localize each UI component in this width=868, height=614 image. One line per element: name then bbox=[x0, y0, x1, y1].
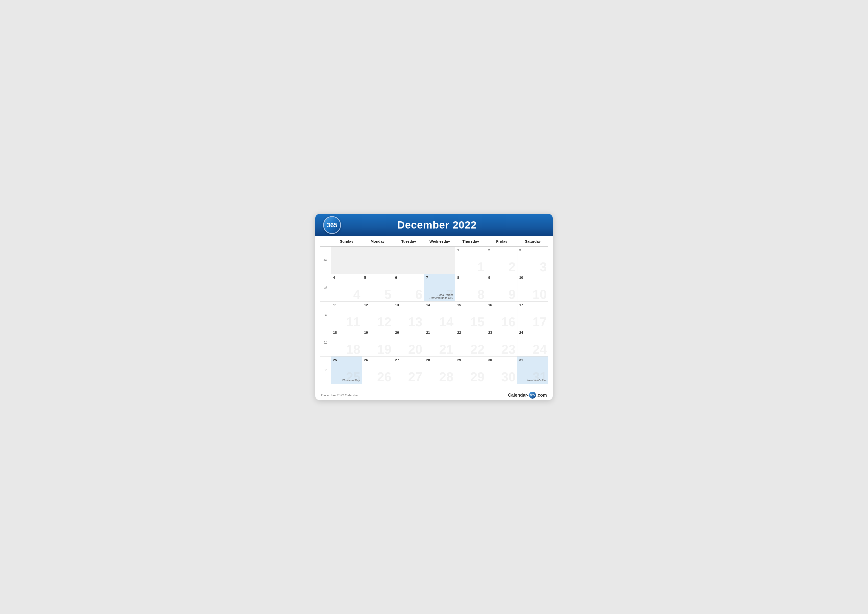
week-row-1: 4944556677Pearl Harbor Remembrance Day88… bbox=[320, 274, 548, 302]
day-cell-16[interactable]: 1616 bbox=[486, 302, 517, 329]
day-number-21: 21 bbox=[426, 331, 453, 334]
day-bg-number-21: 21 bbox=[439, 343, 454, 356]
dow-wednesday: Wednesday bbox=[424, 238, 455, 244]
day-cell-2[interactable]: 22 bbox=[486, 247, 517, 274]
day-cell-6[interactable]: 66 bbox=[393, 274, 424, 301]
day-bg-number-20: 20 bbox=[408, 343, 422, 356]
day-number-8: 8 bbox=[457, 275, 484, 280]
dow-friday: Friday bbox=[486, 238, 517, 244]
day-bg-number-24: 24 bbox=[532, 343, 547, 356]
day-number-17: 17 bbox=[519, 303, 546, 307]
day-bg-number-16: 16 bbox=[501, 316, 516, 328]
day-number-5: 5 bbox=[364, 275, 391, 280]
day-bg-number-29: 29 bbox=[470, 370, 485, 383]
day-bg-number-12: 12 bbox=[377, 316, 391, 328]
day-cell-24[interactable]: 2424 bbox=[518, 329, 548, 356]
day-number-6: 6 bbox=[395, 275, 422, 280]
day-cell-4[interactable]: 44 bbox=[331, 274, 362, 301]
day-cell-18[interactable]: 1818 bbox=[331, 329, 362, 356]
day-cell-1[interactable]: 11 bbox=[455, 247, 486, 274]
day-number-25: 25 bbox=[333, 358, 360, 362]
day-bg-number-14: 14 bbox=[439, 316, 454, 328]
day-cell-30[interactable]: 3030 bbox=[486, 356, 517, 384]
day-cell-26[interactable]: 2626 bbox=[362, 356, 393, 384]
day-cell-12[interactable]: 1212 bbox=[362, 302, 393, 329]
day-bg-number-13: 13 bbox=[408, 316, 422, 328]
holiday-label-31: New Year's Eve bbox=[519, 379, 546, 382]
day-bg-number-6: 6 bbox=[415, 288, 422, 301]
day-cell-28[interactable]: 2828 bbox=[424, 356, 455, 384]
day-cell-31[interactable]: 3131New Year's Eve bbox=[518, 356, 548, 384]
day-cell-8[interactable]: 88 bbox=[455, 274, 486, 301]
week-num-header bbox=[320, 238, 331, 244]
calendar-container: 365 December 2022 Sunday Monday Tuesday … bbox=[315, 214, 553, 400]
day-number-4: 4 bbox=[333, 275, 360, 280]
brand-365-circle: 365 bbox=[529, 392, 536, 399]
day-number-16: 16 bbox=[488, 303, 515, 307]
week-row-4: 522525Christmas Day262627272828292930303… bbox=[320, 356, 548, 384]
day-cell-22[interactable]: 2222 bbox=[455, 329, 486, 356]
day-bg-number-23: 23 bbox=[501, 343, 516, 356]
day-bg-number-10: 10 bbox=[532, 288, 547, 301]
day-bg-number-8: 8 bbox=[477, 288, 485, 301]
day-cell-25[interactable]: 2525Christmas Day bbox=[331, 356, 362, 384]
dow-saturday: Saturday bbox=[518, 238, 548, 244]
day-bg-number-9: 9 bbox=[508, 288, 516, 301]
dow-tuesday: Tuesday bbox=[393, 238, 424, 244]
day-cell-14[interactable]: 1414 bbox=[424, 302, 455, 329]
week-row-3: 511818191920202121222223232424 bbox=[320, 329, 548, 356]
day-cell-27[interactable]: 2727 bbox=[393, 356, 424, 384]
days-of-week-row: Sunday Monday Tuesday Wednesday Thursday… bbox=[320, 236, 548, 247]
day-number-2: 2 bbox=[488, 248, 515, 252]
day-cell-11[interactable]: 1111 bbox=[331, 302, 362, 329]
day-number-15: 15 bbox=[457, 303, 484, 307]
day-number-30: 30 bbox=[488, 358, 515, 362]
day-number-31: 31 bbox=[519, 358, 546, 362]
week-num-4: 52 bbox=[320, 356, 331, 384]
day-number-10: 10 bbox=[519, 275, 546, 280]
day-cell-13[interactable]: 1313 bbox=[393, 302, 424, 329]
week-num-1: 49 bbox=[320, 274, 331, 301]
day-number-3: 3 bbox=[519, 248, 546, 252]
day-number-14: 14 bbox=[426, 303, 453, 307]
footer-caption: December 2022 Calendar bbox=[321, 393, 358, 397]
day-bg-number-11: 11 bbox=[346, 316, 361, 328]
day-number-12: 12 bbox=[364, 303, 391, 307]
day-number-18: 18 bbox=[333, 331, 360, 334]
dow-monday: Monday bbox=[362, 238, 393, 244]
brand-text-after: .com bbox=[536, 393, 547, 398]
empty-cell-w0d1 bbox=[362, 247, 393, 274]
day-bg-number-18: 18 bbox=[346, 343, 361, 356]
day-bg-number-2: 2 bbox=[508, 260, 516, 273]
day-cell-3[interactable]: 33 bbox=[518, 247, 548, 274]
day-bg-number-26: 26 bbox=[377, 370, 391, 383]
calendar-body: Sunday Monday Tuesday Wednesday Thursday… bbox=[315, 236, 553, 388]
brand-text-before: Calendar- bbox=[508, 393, 529, 398]
day-cell-20[interactable]: 2020 bbox=[393, 329, 424, 356]
day-cell-10[interactable]: 1010 bbox=[518, 274, 548, 301]
day-cell-5[interactable]: 55 bbox=[362, 274, 393, 301]
day-cell-29[interactable]: 2929 bbox=[455, 356, 486, 384]
day-number-1: 1 bbox=[457, 248, 484, 252]
empty-cell-w0d0 bbox=[331, 247, 362, 274]
logo-circle: 365 bbox=[323, 216, 341, 234]
day-bg-number-5: 5 bbox=[384, 288, 391, 301]
holiday-label-25: Christmas Day bbox=[333, 379, 360, 382]
day-bg-number-1: 1 bbox=[477, 260, 485, 273]
week-num-3: 51 bbox=[320, 329, 331, 356]
dow-sunday: Sunday bbox=[331, 238, 362, 244]
week-row-2: 501111121213131414151516161717 bbox=[320, 302, 548, 329]
day-number-24: 24 bbox=[519, 331, 546, 334]
day-cell-15[interactable]: 1515 bbox=[455, 302, 486, 329]
day-cell-23[interactable]: 2323 bbox=[486, 329, 517, 356]
day-number-26: 26 bbox=[364, 358, 391, 362]
day-number-22: 22 bbox=[457, 331, 484, 334]
day-bg-number-22: 22 bbox=[470, 343, 485, 356]
day-cell-7[interactable]: 77Pearl Harbor Remembrance Day bbox=[424, 274, 455, 301]
day-bg-number-19: 19 bbox=[377, 343, 391, 356]
day-cell-21[interactable]: 2121 bbox=[424, 329, 455, 356]
day-cell-17[interactable]: 1717 bbox=[518, 302, 548, 329]
day-cell-9[interactable]: 99 bbox=[486, 274, 517, 301]
footer-logo: Calendar- 365 .com bbox=[508, 392, 547, 399]
day-cell-19[interactable]: 1919 bbox=[362, 329, 393, 356]
